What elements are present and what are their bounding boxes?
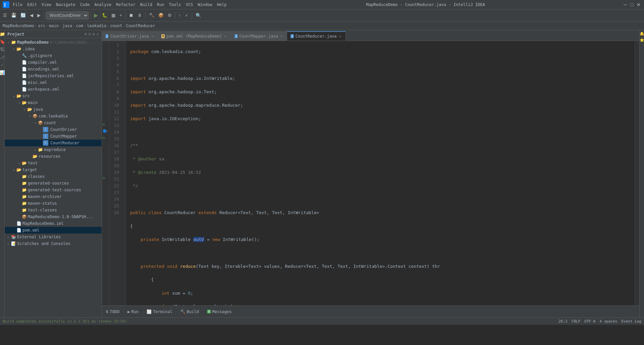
project-icon[interactable]: 📁 (0, 32, 5, 37)
bc-leokadia[interactable]: leokadia (87, 23, 106, 28)
todo-tab[interactable]: 6 TODO (103, 308, 122, 315)
cursor-position[interactable]: 26:2 (558, 319, 568, 324)
structure-icon[interactable]: 🏗 (0, 47, 4, 52)
bc-count[interactable]: count (110, 23, 122, 28)
tab-close-button[interactable]: ✕ (224, 34, 227, 39)
run-button[interactable]: ▶ (92, 11, 100, 19)
toolbar-nav-back-button[interactable]: ◀ (28, 12, 35, 19)
tree-item-pom[interactable]: 📄 pom.xml (5, 227, 102, 234)
menu-tools[interactable]: Tools (167, 2, 183, 8)
menu-file[interactable]: File (11, 2, 24, 8)
menu-code[interactable]: Code (78, 2, 92, 8)
tree-item-mapreduce[interactable]: ▸ 📁 mapreduce (5, 146, 102, 153)
notifications-icon[interactable]: 🔔 (640, 32, 644, 36)
terminal-tab[interactable]: ⬜ Terminal (144, 308, 175, 315)
build-project-button[interactable]: 🔨 (147, 12, 156, 19)
add-content-root-icon[interactable]: ⊕ (85, 32, 87, 37)
bc-mapreducedemo[interactable]: MapReduceDemo (3, 23, 34, 28)
tree-item-jar-repos-xml[interactable]: 📄 jarRepositories.xml (5, 72, 102, 79)
sdk-manager-button[interactable]: 📦 (157, 12, 165, 19)
tree-item-scratches[interactable]: ▸ 📝 Scratches and Consoles (5, 240, 102, 247)
fold-marker-18[interactable]: ⊟ (103, 136, 105, 140)
bc-countreducer[interactable]: CountReducer (126, 23, 155, 28)
menu-edit[interactable]: Edit (25, 2, 39, 8)
maximize-button[interactable]: □ (629, 2, 635, 7)
tree-item-main[interactable]: ▾ 📂 main (5, 99, 102, 106)
tree-item-iml[interactable]: 📄 MapReduceDemo.iml (5, 220, 102, 227)
tree-item-countdriver[interactable]: C CountDriver (5, 126, 102, 133)
tab-pomxml[interactable]: X pom.xml (MapReduceDemo) ✕ (158, 31, 231, 41)
tree-item-com-leokadia[interactable]: ▾ 📦 com.leokadia (5, 113, 102, 119)
close-button[interactable]: ✕ (636, 2, 641, 7)
tree-item-test[interactable]: ▾ 📂 test (5, 160, 102, 166)
tree-item-misc-xml[interactable]: 📄 misc.xml (5, 79, 102, 86)
collapse-all-icon[interactable]: ≡ (89, 32, 91, 37)
menu-navigate[interactable]: Navigate (54, 2, 77, 8)
tab-countdriver[interactable]: J CountDriver.java ✕ (102, 31, 158, 41)
menu-refactor[interactable]: Refactor (114, 2, 138, 8)
search-everywhere-button[interactable]: 🔍 (194, 12, 203, 19)
debug-gutter-17[interactable]: ⚡ (106, 129, 108, 133)
tab-close-button[interactable]: ✕ (151, 34, 154, 39)
tree-item-resources[interactable]: 📂 resources (5, 153, 102, 160)
tab-countmapper[interactable]: J CountMapper.java ✕ (231, 31, 287, 41)
menu-help[interactable]: Help (215, 2, 229, 8)
line-separator[interactable]: CRLF (572, 319, 581, 324)
project-structure-button[interactable]: ⚙ (166, 12, 173, 19)
stop-button[interactable]: ⏹ (127, 12, 135, 19)
bookmarks-icon[interactable]: 🔖 (0, 39, 5, 44)
messages-tab[interactable]: 0 Messages (204, 308, 234, 315)
tree-item-compiler-xml[interactable]: 📄 compiler.xml (5, 59, 102, 66)
tree-item-java[interactable]: ▾ 📂 java (5, 106, 102, 113)
build-tab[interactable]: 🔨 Build (178, 308, 202, 315)
pause-button[interactable]: ⏸ (136, 12, 144, 19)
tree-item-external-libs[interactable]: ▸ 📚 External Libraries (5, 234, 102, 240)
menu-build[interactable]: Build (138, 2, 154, 8)
tree-item-classes[interactable]: 📁 classes (5, 173, 102, 180)
tree-item-maven-archiver[interactable]: 📁 maven-archiver (5, 193, 102, 200)
bc-java[interactable]: java (62, 23, 72, 28)
vcs-update-button[interactable]: ↑ (177, 12, 183, 19)
fold-marker-13[interactable]: ⊟ (103, 122, 105, 126)
tree-item-count[interactable]: ▾ 📦 count (5, 119, 102, 126)
tab-close-button[interactable]: ✕ (338, 34, 342, 39)
toolbar-nav-forward-button[interactable]: ▶ (36, 12, 42, 19)
build-status[interactable]: Build completed successfully in 2 s 921 … (3, 319, 127, 324)
tree-item-target[interactable]: ▾ 📂 target (5, 166, 102, 173)
tree-item-countmapper[interactable]: C CountMapper (5, 133, 102, 140)
encoding[interactable]: UTF-8 (584, 319, 595, 324)
event-log[interactable]: Event Log (621, 319, 641, 324)
profiler-icon[interactable]: 📊 (0, 70, 5, 75)
run-tab[interactable]: ▶ Run (125, 308, 141, 315)
bc-src[interactable]: src (38, 23, 45, 28)
tree-item-jar[interactable]: 📦 MapReduceDemo-1.0-SNAPSH... (5, 213, 102, 220)
tree-item-mapreducedemo[interactable]: ▾ 📁 MapReduceDemo D:\JAVAcode\IDEA\... (5, 39, 102, 46)
menu-vcs[interactable]: VCS (184, 2, 195, 8)
toolbar-back-button[interactable]: ☰ (1, 12, 9, 19)
fold-marker-25[interactable]: ⊟ (103, 176, 105, 180)
tab-close-button[interactable]: ✕ (280, 34, 283, 39)
tree-item-encodings-xml[interactable]: 📄 encodings.xml (5, 66, 102, 72)
debug-button[interactable]: 🐛 (100, 12, 109, 19)
toolbar-sync-button[interactable]: 🔄 (19, 12, 28, 19)
menu-analyze[interactable]: Analyze (92, 2, 113, 8)
menu-view[interactable]: View (40, 2, 53, 8)
toolbar-save-button[interactable]: 💾 (9, 12, 18, 19)
run-with-coverage-button[interactable]: ▦ (110, 12, 117, 19)
indent-settings[interactable]: 4 spaces (599, 319, 617, 324)
tree-item-gen-test-sources[interactable]: 📁 generated-test-sources (5, 187, 102, 193)
settings-icon[interactable]: ⚙ (92, 32, 95, 37)
tree-item-gen-sources[interactable]: 📁 generated-sources (5, 180, 102, 187)
vcs-icon[interactable]: ⎇ (0, 55, 5, 60)
add-config-button[interactable]: + (118, 12, 124, 19)
tree-item-gitignore[interactable]: 🔧 .gitignore (5, 52, 102, 59)
menu-window[interactable]: Window (196, 2, 214, 8)
tree-item-countreducer[interactable]: C CountReducer (5, 140, 102, 146)
close-panel-icon[interactable]: ✕ (96, 32, 99, 37)
tree-item-idea[interactable]: ▾ 📂 .idea (5, 46, 102, 52)
minimize-button[interactable]: ─ (623, 2, 628, 7)
commit-icon[interactable]: ✓ (0, 62, 4, 67)
code-editor[interactable]: package com.leokadia.count; import org.a… (126, 41, 635, 305)
favorites-icon[interactable]: ⭐ (640, 38, 644, 42)
tree-item-maven-status[interactable]: 📁 maven-status (5, 200, 102, 207)
